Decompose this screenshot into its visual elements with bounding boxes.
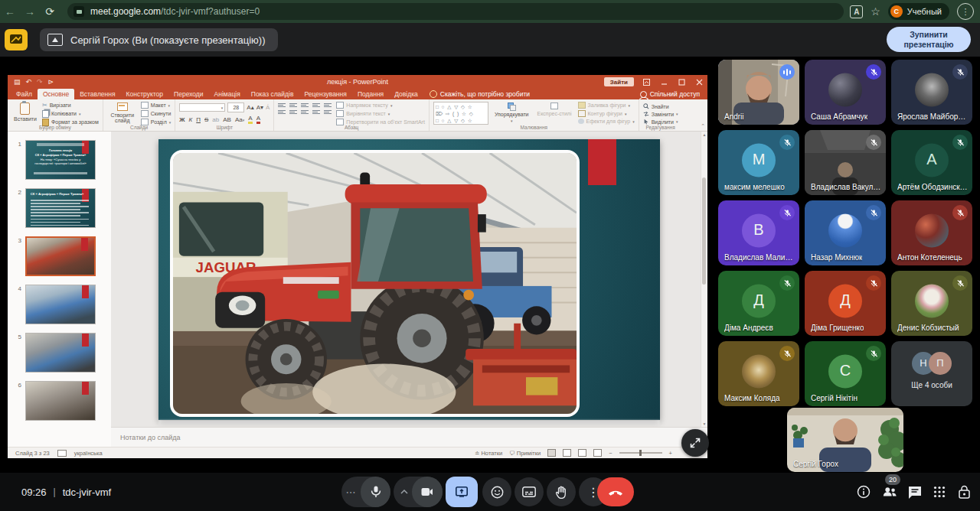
change-case-icon[interactable]: Аа▾ (235, 116, 244, 123)
translate-icon[interactable]: A (850, 5, 863, 18)
participant-tile-denys-kobzystyi[interactable]: Денис Кобзистый (891, 271, 972, 336)
char-spacing-icon[interactable]: АВ (223, 116, 231, 123)
participant-tile-dima-andreev[interactable]: Д Діма Андреєв (718, 271, 799, 336)
language-indicator[interactable]: українська (74, 450, 103, 457)
self-view-tile[interactable]: Сергій Горох (787, 408, 903, 472)
zoom-out-icon[interactable]: − (609, 450, 612, 457)
grow-font-icon[interactable]: А▴ (247, 104, 253, 111)
tab-design[interactable]: Конструктор (121, 89, 168, 99)
meeting-details-icon[interactable] (856, 484, 871, 500)
audio-options-icon[interactable]: ⋯ (341, 487, 361, 498)
slide-thumbnail-2[interactable]: 2 СК « Агрофірма « Перше Травня» (14, 188, 106, 228)
participant-tile-dima-hryshchenko[interactable]: Д Діма Грищенко (805, 271, 886, 336)
slide-sorter-view-icon[interactable] (563, 449, 571, 457)
overflow-tile-more-people[interactable]: Н П Ще 4 особи (891, 341, 972, 406)
maximize-icon[interactable] (678, 79, 685, 86)
cut-button[interactable]: ✂Вирізати (42, 102, 99, 109)
indent-decrease-icon[interactable] (301, 103, 309, 107)
bold-icon[interactable]: Ж (179, 116, 185, 123)
italic-icon[interactable]: К (189, 116, 193, 123)
ribbon-options-icon[interactable] (643, 79, 650, 86)
slide-thumbnail-6[interactable]: 6 (14, 381, 106, 421)
tab-animations[interactable]: Анімація (209, 89, 246, 99)
paste-button[interactable]: Вставити (11, 102, 39, 124)
slide-thumbnail-3-selected[interactable]: 3 (14, 236, 106, 276)
chat-panel-icon[interactable] (907, 484, 923, 500)
tab-file[interactable]: Файл (11, 89, 38, 99)
participant-tile-sasha-abramchuk[interactable]: Саша Абрамчук (805, 60, 886, 125)
comments-toggle[interactable]: 🗩 Примітки (509, 450, 541, 457)
slide-thumbnail-1[interactable]: 1 Головна лекція СК « Агрофірма « Перше … (14, 140, 106, 180)
participant-tile-anton-kotelenets[interactable]: Антон Котеленець (891, 200, 972, 265)
bookmark-star-icon[interactable]: ☆ (871, 6, 880, 17)
redo-icon[interactable]: ↷ (37, 75, 43, 89)
browser-menu-icon[interactable]: ⋮ (957, 3, 974, 20)
reload-icon[interactable]: ⟳ (40, 5, 60, 18)
highlight-icon[interactable]: А (248, 115, 252, 124)
camera-control[interactable] (394, 477, 443, 507)
copy-button[interactable]: Копіювати▾ (42, 110, 99, 117)
align-left-icon[interactable] (278, 110, 286, 114)
camera-button[interactable] (412, 477, 443, 507)
participant-tile-vladyslav-malyshev[interactable]: В Владислав Малишев (718, 200, 799, 265)
tab-slideshow[interactable]: Показ слайдів (246, 89, 299, 99)
undo-icon[interactable]: ↶ (26, 75, 32, 89)
current-slide[interactable]: JAGUAR (158, 139, 660, 420)
participant-tile-andrii[interactable]: Andrii (718, 60, 799, 125)
participant-tile-vladyslav-vakulenko[interactable]: Владислав Вакулен... (805, 130, 886, 195)
participant-tile-maksym-koliada[interactable]: Максим Коляда (718, 341, 799, 406)
shapes-gallery[interactable]: □ ○ △ ▽ ◇ ☆⌦ ⇨ ( ) ☆ ◇□ ○ △ ▽ ◇ ☆ (433, 102, 488, 125)
forward-icon[interactable]: → (20, 5, 40, 18)
strikethrough-icon[interactable]: S (204, 116, 208, 123)
participant-tile-yaroslav-maiboroda[interactable]: Ярослав Майборода (891, 60, 972, 125)
activities-icon[interactable] (932, 484, 947, 500)
reading-view-icon[interactable] (578, 449, 586, 457)
font-name-combobox[interactable]: ▾ (179, 103, 225, 112)
raise-hand-button[interactable] (547, 477, 576, 506)
tab-review[interactable]: Рецензування (299, 89, 351, 99)
normal-view-icon[interactable] (547, 449, 556, 457)
text-direction-button[interactable]: Напрямок тексту▾ (336, 102, 425, 109)
shrink-font-icon[interactable]: А▾ (256, 104, 263, 111)
stop-presenting-button[interactable]: Зупинити презентацію (887, 27, 971, 52)
font-size-combobox[interactable]: 28 (227, 103, 244, 112)
quick-styles-button[interactable]: Експрес-стилі (535, 102, 574, 124)
site-info-chip[interactable] (74, 6, 84, 17)
notes-pane[interactable]: Нотатки до слайда (111, 427, 707, 447)
participant-tile-maksym-meleshko[interactable]: М максим мелешко (718, 130, 799, 195)
collapse-ribbon-icon[interactable]: ⌃ (701, 123, 705, 129)
tab-insert[interactable]: Вставлення (74, 89, 120, 99)
tab-view[interactable]: Подання (352, 89, 389, 99)
address-bar[interactable]: meet.google.com/tdc-jvir-vmf?authuser=0 (67, 3, 844, 20)
tell-me-box[interactable]: Скажіть, що потрібно зробити (423, 89, 536, 99)
clear-format-icon[interactable]: А́ (266, 104, 270, 111)
powerpoint-app-icon[interactable] (5, 29, 28, 50)
close-icon[interactable] (696, 79, 703, 86)
end-call-button[interactable] (597, 477, 634, 506)
slide-scrollbar[interactable]: ▲ ▼ (701, 132, 707, 427)
layout-button[interactable]: Макет▾ (141, 102, 172, 109)
back-icon[interactable]: ← (0, 5, 20, 18)
people-panel-icon[interactable] (882, 484, 897, 500)
notes-toggle[interactable]: ≐ Нотатки (475, 450, 502, 457)
minimize-icon[interactable] (661, 79, 668, 86)
tab-help[interactable]: Довідка (389, 89, 423, 99)
numbering-icon[interactable] (289, 103, 297, 107)
zoom-slider[interactable] (619, 452, 662, 454)
participant-tile-serhii-nikitin[interactable]: С Сергій Нікітін (805, 341, 886, 406)
save-icon[interactable]: ▤ (14, 75, 21, 89)
shadow-icon[interactable]: ab (212, 116, 219, 123)
align-text-button[interactable]: Вирівняти текст▾ (336, 110, 425, 117)
slide-thumbnail-4[interactable]: 4 (14, 285, 106, 324)
share-button[interactable]: Спільний доступ (632, 89, 707, 99)
shape-outline-button[interactable]: Контур фігури▾ (578, 110, 635, 117)
bullets-icon[interactable] (278, 103, 286, 107)
host-controls-icon[interactable] (956, 484, 972, 500)
mic-control[interactable]: ⋯ (341, 477, 390, 507)
reactions-button[interactable] (482, 477, 511, 506)
justify-icon[interactable] (312, 110, 320, 114)
slide-thumbnail-5[interactable]: 5 (14, 333, 106, 373)
select-button[interactable]: Виділити▾ (643, 119, 678, 125)
reset-button[interactable]: Скинути (141, 110, 172, 117)
captions-button[interactable] (514, 477, 544, 506)
